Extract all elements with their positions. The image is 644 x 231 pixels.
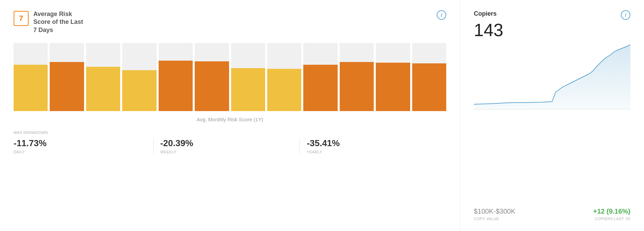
- bar-column: [231, 43, 265, 111]
- drawdown-period: DAILY: [14, 150, 146, 154]
- drawdown-value: -11.73%: [14, 138, 146, 149]
- bar-empty: [376, 43, 410, 63]
- info-icon-right[interactable]: i: [621, 10, 630, 20]
- bar-empty: [14, 43, 48, 65]
- bar-empty: [86, 43, 120, 67]
- score-badge: 7: [14, 11, 29, 26]
- copiers-label: Copiers: [474, 10, 497, 17]
- bar-column: [122, 43, 156, 111]
- line-chart-svg: [474, 43, 630, 111]
- title-group: 7 Average Risk Score of the Last 7 Days: [14, 10, 83, 34]
- drawdown-period: WEEKLY: [160, 150, 293, 154]
- bar-filled: [303, 65, 337, 111]
- bar-empty: [50, 43, 84, 62]
- chart-area: [474, 45, 630, 109]
- bar-filled: [122, 70, 156, 111]
- bar-column: [340, 43, 374, 111]
- copy-value-amount: $100K-$300K: [474, 207, 515, 215]
- drawdown-value: -20.39%: [160, 138, 293, 149]
- bar-filled: [14, 65, 48, 111]
- drawdown-item: -11.73%DAILY: [14, 138, 154, 154]
- bar-empty: [231, 43, 265, 68]
- drawdown-item: -35.41%YEARLY: [307, 138, 446, 154]
- bar-column: [14, 43, 48, 111]
- bar-empty: [303, 43, 337, 65]
- bar-column: [303, 43, 337, 111]
- bar-column: [50, 43, 84, 111]
- bar-filled: [86, 67, 120, 111]
- bar-empty: [267, 43, 301, 69]
- copy-value-label: COPY VALUE: [474, 217, 515, 221]
- bar-column: [86, 43, 120, 111]
- bar-filled: [231, 68, 265, 111]
- line-chart-container: [474, 43, 630, 198]
- chart-label: Avg. Monthly Risk Score (1Y): [14, 117, 446, 122]
- drawdown-values: -11.73%DAILY-20.39%WEEKLY-35.41%YEARLY: [14, 138, 446, 154]
- info-icon-left[interactable]: i: [437, 10, 446, 20]
- bar-filled: [376, 63, 410, 111]
- bar-column: [159, 43, 193, 111]
- widget-title: Average Risk Score of the Last 7 Days: [33, 10, 83, 34]
- bar-filled: [267, 69, 301, 111]
- bar-filled: [50, 62, 84, 111]
- bar-filled: [195, 61, 229, 111]
- copiers-change-group: +12 (9.16%) COPIERS LAST 7D: [593, 207, 630, 221]
- drawdown-section: MAX DRAWDOWN -11.73%DAILY-20.39%WEEKLY-3…: [14, 130, 446, 154]
- bar-empty: [340, 43, 374, 62]
- bar-empty: [412, 43, 446, 63]
- bar-chart: [14, 43, 446, 111]
- drawdown-item: -20.39%WEEKLY: [160, 138, 300, 154]
- bar-chart-section: Avg. Monthly Risk Score (1Y): [14, 43, 446, 122]
- bar-column: [267, 43, 301, 111]
- left-header: 7 Average Risk Score of the Last 7 Days …: [14, 10, 446, 34]
- drawdown-period: YEARLY: [307, 150, 439, 154]
- right-panel: Copiers i 143 $100K-$300K COPY VALUE: [460, 0, 644, 231]
- copiers-header: Copiers i: [474, 10, 630, 20]
- bottom-stats: $100K-$300K COPY VALUE +12 (9.16%) COPIE…: [474, 207, 630, 221]
- copiers-change-label: COPIERS LAST 7D: [593, 217, 630, 221]
- left-panel: 7 Average Risk Score of the Last 7 Days …: [0, 0, 460, 231]
- bar-filled: [412, 63, 446, 111]
- bar-empty: [122, 43, 156, 70]
- drawdown-title: MAX DRAWDOWN: [14, 130, 446, 135]
- bar-empty: [159, 43, 193, 61]
- bar-filled: [159, 61, 193, 111]
- bar-empty: [195, 43, 229, 61]
- bar-column: [195, 43, 229, 111]
- copy-value-group: $100K-$300K COPY VALUE: [474, 207, 515, 221]
- bar-column: [412, 43, 446, 111]
- bar-filled: [340, 62, 374, 111]
- copiers-change-value: +12 (9.16%): [593, 207, 630, 215]
- copiers-count: 143: [474, 21, 630, 39]
- drawdown-value: -35.41%: [307, 138, 439, 149]
- bar-column: [376, 43, 410, 111]
